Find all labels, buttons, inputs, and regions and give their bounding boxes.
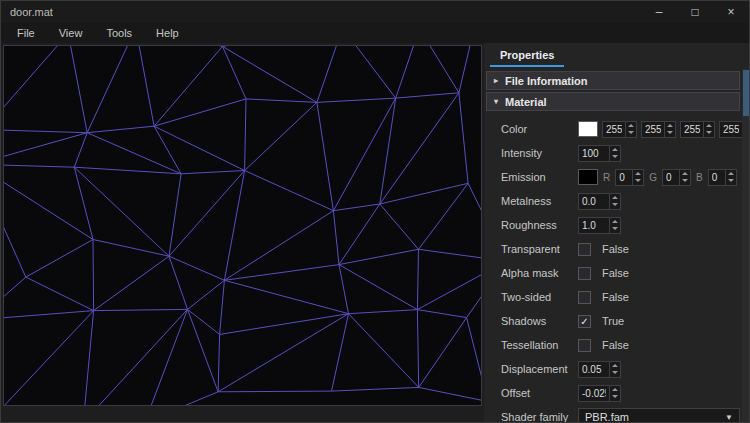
- spin-up-icon[interactable]: [610, 386, 620, 394]
- checkbox-value: False: [602, 267, 629, 279]
- color-r-input[interactable]: [603, 122, 625, 137]
- spin-up-icon[interactable]: [680, 170, 690, 178]
- spin-up-icon[interactable]: [726, 170, 736, 178]
- row-intensity: Intensity: [486, 141, 740, 165]
- metalness-input[interactable]: [579, 194, 609, 209]
- emission-r-input[interactable]: [616, 170, 632, 185]
- color-b-input[interactable]: [681, 122, 703, 137]
- property-label: Tessellation: [486, 339, 578, 351]
- color-swatch[interactable]: [578, 121, 598, 137]
- close-icon[interactable]: ×: [713, 1, 749, 23]
- emission-g-spinbox: [662, 169, 691, 186]
- intensity-spinbox: [578, 145, 621, 162]
- roughness-input[interactable]: [579, 218, 609, 233]
- material-rows: Color: [486, 113, 740, 423]
- row-emission: Emission R G B: [486, 165, 740, 189]
- intensity-input[interactable]: [579, 146, 609, 161]
- spin-down-icon[interactable]: [610, 153, 620, 161]
- spin-down-icon[interactable]: [633, 177, 643, 185]
- dropdown-value: PBR.fam: [585, 411, 629, 423]
- spin-up-icon[interactable]: [610, 362, 620, 370]
- property-label: Roughness: [486, 219, 578, 231]
- spin-down-icon[interactable]: [626, 129, 636, 137]
- panel-scrollbar[interactable]: [742, 69, 750, 423]
- scrollbar-thumb[interactable]: [743, 70, 750, 116]
- tessellation-checkbox[interactable]: [578, 339, 591, 352]
- offset-input[interactable]: [579, 386, 609, 401]
- property-label: Emission: [486, 171, 578, 183]
- roughness-spinbox: [578, 217, 621, 234]
- chevron-down-icon: ▼: [725, 413, 733, 422]
- color-a-input[interactable]: [720, 122, 742, 137]
- two-sided-checkbox[interactable]: [578, 291, 591, 304]
- color-b-spinbox: [680, 121, 715, 138]
- spin-up-icon[interactable]: [626, 122, 636, 130]
- section-label: File Information: [505, 75, 588, 87]
- emission-swatch[interactable]: [578, 169, 598, 185]
- section-file-information[interactable]: ▸ File Information: [486, 71, 740, 90]
- row-transparent: Transparent False: [486, 237, 740, 261]
- menu-file[interactable]: File: [5, 23, 47, 43]
- checkbox-value: False: [602, 291, 629, 303]
- wireframe-mesh: [4, 46, 481, 405]
- spin-up-icon[interactable]: [704, 122, 714, 130]
- window-title: door.mat: [1, 6, 53, 18]
- viewport-canvas[interactable]: [3, 45, 482, 406]
- b-label: B: [696, 172, 703, 183]
- color-r-spinbox: [602, 121, 637, 138]
- metalness-spinbox: [578, 193, 621, 210]
- property-label: Displacement: [486, 363, 578, 375]
- shadows-checkbox[interactable]: ✓: [578, 315, 591, 328]
- spin-down-icon[interactable]: [610, 225, 620, 233]
- row-color: Color: [486, 117, 740, 141]
- property-label: Two-sided: [486, 291, 578, 303]
- tab-properties[interactable]: Properties: [490, 44, 564, 67]
- row-shadows: Shadows ✓ True: [486, 309, 740, 333]
- properties-panel: Properties ▸ File Information ▾ Material…: [484, 43, 750, 423]
- emission-g-input[interactable]: [663, 170, 679, 185]
- property-label: Color: [486, 123, 578, 135]
- emission-b-input[interactable]: [709, 170, 725, 185]
- color-g-spinbox: [641, 121, 676, 138]
- maximize-icon[interactable]: □: [677, 1, 713, 23]
- checkbox-value: False: [602, 243, 629, 255]
- section-material[interactable]: ▾ Material: [486, 92, 740, 111]
- alpha-mask-checkbox[interactable]: [578, 267, 591, 280]
- menu-view[interactable]: View: [47, 23, 95, 43]
- spin-down-icon[interactable]: [610, 369, 620, 377]
- check-icon: ✓: [580, 316, 588, 327]
- spin-down-icon[interactable]: [665, 129, 675, 137]
- property-label: Offset: [486, 387, 578, 399]
- minimize-icon[interactable]: –: [641, 1, 677, 23]
- row-two-sided: Two-sided False: [486, 285, 740, 309]
- section-label: Material: [505, 96, 547, 108]
- row-alpha-mask: Alpha mask False: [486, 261, 740, 285]
- window-controls: – □ ×: [641, 1, 749, 23]
- spin-up-icon[interactable]: [610, 146, 620, 154]
- menu-tools[interactable]: Tools: [94, 23, 144, 43]
- spin-up-icon[interactable]: [610, 194, 620, 202]
- transparent-checkbox[interactable]: [578, 243, 591, 256]
- property-label: Metalness: [486, 195, 578, 207]
- menu-bar: File View Tools Help: [1, 23, 749, 43]
- r-label: R: [603, 172, 610, 183]
- row-offset: Offset: [486, 381, 740, 405]
- spin-down-icon[interactable]: [610, 393, 620, 401]
- shader-family-dropdown[interactable]: PBR.fam ▼: [578, 408, 740, 423]
- spin-down-icon[interactable]: [680, 177, 690, 185]
- menu-help[interactable]: Help: [144, 23, 191, 43]
- collapse-arrow-icon: ▸: [487, 76, 505, 85]
- spin-down-icon[interactable]: [704, 129, 714, 137]
- expand-arrow-icon: ▾: [487, 97, 505, 106]
- g-label: G: [649, 172, 657, 183]
- spin-up-icon[interactable]: [610, 218, 620, 226]
- emission-r-spinbox: [615, 169, 644, 186]
- displacement-input[interactable]: [579, 362, 609, 377]
- color-g-input[interactable]: [642, 122, 664, 137]
- spin-up-icon[interactable]: [633, 170, 643, 178]
- spin-down-icon[interactable]: [610, 201, 620, 209]
- sections: ▸ File Information ▾ Material Color: [486, 71, 740, 423]
- property-label: Transparent: [486, 243, 578, 255]
- spin-up-icon[interactable]: [665, 122, 675, 130]
- spin-down-icon[interactable]: [726, 177, 736, 185]
